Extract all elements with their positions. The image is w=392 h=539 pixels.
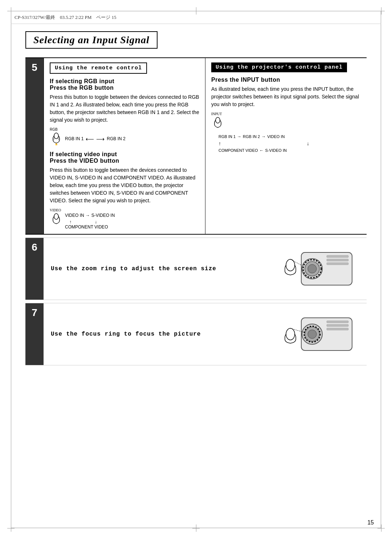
up-arrow: ↑ bbox=[69, 219, 72, 224]
svg-point-9 bbox=[308, 264, 317, 273]
step-5-content: Using the remote control If selecting RG… bbox=[44, 58, 367, 234]
arrow1: → bbox=[237, 134, 241, 139]
video-diagram: VIDEO IN → S-VIDEO IN ↑ ↓ COMPONENT VIDE… bbox=[50, 213, 199, 230]
down-arrow: ↓ bbox=[95, 219, 97, 224]
rgb-body: Press this button to toggle between the … bbox=[50, 93, 199, 124]
video-heading: If selecting video inputPress the VIDEO … bbox=[50, 151, 199, 164]
step-7-heading: Use the focus ring to focus the picture bbox=[51, 330, 272, 339]
title-box: Selecting an Input Signal bbox=[25, 31, 158, 49]
step-6-number: 6 bbox=[25, 238, 44, 300]
svg-line-2 bbox=[58, 137, 59, 140]
signal-flow: RGB IN 1 → RGB IN 2 → VIDEO IN ↑ ↓ COMPO… bbox=[211, 134, 361, 153]
rgb-in2-label: RGB IN 2 bbox=[107, 136, 125, 141]
up-arrow2: ↑ bbox=[219, 141, 221, 146]
input-heading: Press the INPUT button bbox=[211, 77, 361, 83]
rgb-diagram-row: ✋ RGB IN 1 ⟵ ⟶ RGB IN 2 bbox=[50, 132, 199, 145]
step-7-content: Use the focus ring to focus the picture bbox=[44, 303, 367, 365]
svg-point-5 bbox=[216, 117, 220, 123]
svg-text:✋: ✋ bbox=[55, 143, 58, 145]
step-6-row: 6 Use the zoom ring to adjust the screen… bbox=[25, 238, 367, 300]
svg-point-24 bbox=[286, 328, 295, 340]
video-in-label: VIDEO IN bbox=[65, 213, 84, 218]
svg-rect-22 bbox=[327, 324, 348, 327]
step-6-content: Use the zoom ring to adjust the screen s… bbox=[44, 238, 367, 300]
projector-image-6 bbox=[279, 245, 359, 292]
svg-rect-23 bbox=[327, 328, 348, 330]
right-svideo: S-VIDEO IN bbox=[265, 148, 287, 153]
svg-point-4 bbox=[54, 214, 58, 219]
sf-row2: COMPONENT VIDEO ← S-VIDEO IN bbox=[219, 148, 361, 153]
step-6-heading: Use the zoom ring to adjust the screen s… bbox=[51, 264, 272, 273]
rgb-section: If selecting RGB inputPress the RGB butt… bbox=[50, 78, 199, 145]
right-component: COMPONENT VIDEO bbox=[219, 148, 258, 153]
input-body: As illustrated below, each time you pres… bbox=[211, 85, 361, 108]
sf-arrows-col: ↑ ↓ bbox=[211, 141, 313, 146]
svg-line-15 bbox=[290, 259, 301, 265]
hand-icon-input bbox=[211, 117, 224, 130]
video-label: VIDEO bbox=[50, 208, 199, 212]
projector-svg-6 bbox=[279, 245, 359, 292]
step-5-row: 5 Using the remote control If selecting … bbox=[25, 57, 367, 235]
rgb-in1-label: RGB IN 1 bbox=[65, 136, 83, 141]
step-6-text: Use the zoom ring to adjust the screen s… bbox=[51, 264, 279, 273]
svg-line-1 bbox=[54, 137, 54, 140]
header-text: CP-S317/327W/最終 03.5.27 2:22 PM ページ 15 bbox=[15, 14, 117, 21]
hand-icon-video bbox=[50, 213, 63, 226]
input-label: INPUT bbox=[211, 112, 361, 116]
arrow-right-rgb: ⟶ bbox=[96, 135, 105, 142]
projector-image-7 bbox=[279, 311, 359, 358]
left-col-header: Using the remote control bbox=[50, 62, 147, 74]
header-bar: CP-S317/327W/最終 03.5.27 2:22 PM ページ 15 bbox=[11, 11, 381, 24]
rgb-heading: If selecting RGB inputPress the RGB butt… bbox=[50, 78, 199, 91]
video-row1: VIDEO IN → S-VIDEO IN bbox=[65, 213, 115, 218]
right-rgb-in1: RGB IN 1 bbox=[219, 134, 236, 139]
component-label: COMPONENT VIDEO bbox=[65, 224, 108, 230]
rgb-label: RGB bbox=[50, 127, 199, 131]
svg-rect-13 bbox=[327, 263, 348, 265]
down-arrow2: ↓ bbox=[307, 141, 309, 146]
svg-point-0 bbox=[54, 133, 58, 139]
arrow2: → bbox=[261, 134, 266, 139]
right-column: Using the projector's control panel Pres… bbox=[205, 58, 367, 234]
svg-point-19 bbox=[308, 330, 317, 339]
right-rgb-in2: RGB IN 2 bbox=[243, 134, 260, 139]
step-7-number: 7 bbox=[25, 303, 44, 365]
left-column: Using the remote control If selecting RG… bbox=[44, 58, 205, 234]
page-number: 15 bbox=[367, 519, 374, 526]
s-video-in-label: S-VIDEO IN bbox=[91, 213, 115, 218]
svg-point-14 bbox=[286, 259, 295, 271]
video-row3: COMPONENT VIDEO bbox=[65, 224, 115, 230]
step-7-text: Use the focus ring to focus the picture bbox=[51, 330, 279, 339]
page: CP-S317/327W/最終 03.5.27 2:22 PM ページ 15 S… bbox=[0, 0, 392, 539]
sf-row1: RGB IN 1 → RGB IN 2 → VIDEO IN bbox=[219, 134, 361, 139]
page-title: Selecting an Input Signal bbox=[33, 34, 150, 46]
svg-rect-21 bbox=[327, 321, 348, 323]
right-col-header: Using the projector's control panel bbox=[211, 62, 347, 72]
arrow3: ← bbox=[260, 148, 264, 153]
content-area: Selecting an Input Signal 5 Using the re… bbox=[11, 24, 381, 528]
video-flow: VIDEO IN → S-VIDEO IN ↑ ↓ COMPONENT VIDE… bbox=[65, 213, 115, 230]
hand-icon-rgb: ✋ bbox=[50, 132, 63, 145]
step-5-number: 5 bbox=[25, 58, 44, 234]
svg-rect-12 bbox=[327, 259, 348, 261]
projector-svg-7 bbox=[279, 311, 359, 358]
video-arrow: → bbox=[86, 213, 90, 218]
video-row2: ↑ ↓ bbox=[65, 219, 115, 224]
svg-rect-11 bbox=[327, 255, 348, 258]
video-body: Press this button to toggle between the … bbox=[50, 166, 199, 204]
arrow-both: ⟵ bbox=[86, 135, 94, 142]
step-7-row: 7 Use the focus ring to focus the pictur… bbox=[25, 303, 367, 365]
rgb-diagram: RGB ✋ RGB IN 1 bbox=[50, 127, 199, 145]
video-section: If selecting video inputPress the VIDEO … bbox=[50, 151, 199, 230]
right-video-in: VIDEO IN bbox=[267, 134, 285, 139]
